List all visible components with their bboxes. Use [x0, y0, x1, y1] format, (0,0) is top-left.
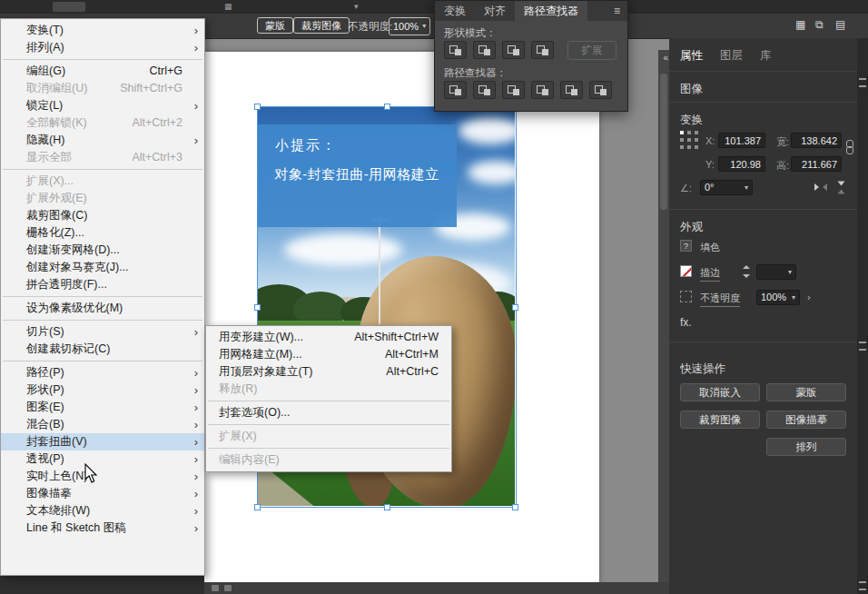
menu-item[interactable]: 用变形建立(W)...Alt+Shift+Ctrl+W [206, 329, 451, 346]
rotate-angle-dropdown[interactable]: 0° ▾ [700, 180, 753, 195]
chevron-down-icon: ▾ [792, 290, 795, 305]
menu-item[interactable]: 裁剪图像(C) [1, 207, 204, 224]
menu-item[interactable]: 用网格建立(M)...Alt+Ctrl+M [206, 346, 451, 363]
arrange-documents-icon[interactable]: ▦ [795, 18, 805, 31]
menu-item[interactable]: 封套选项(O)... [206, 404, 451, 421]
menu-item[interactable]: 用顶层对象建立(T)Alt+Ctrl+C [206, 363, 451, 381]
outline-icon[interactable] [560, 81, 583, 99]
trim-icon[interactable] [473, 81, 496, 99]
tab-layers[interactable]: 图层 [720, 48, 743, 64]
menu-item[interactable]: 路径(P)› [1, 364, 204, 381]
intersect-icon[interactable] [502, 41, 525, 59]
submenu-arrow-icon: › [194, 520, 198, 537]
menu-item[interactable]: 拼合透明度(F)... [1, 276, 204, 293]
menu-item[interactable]: 创建裁切标记(C) [1, 341, 204, 358]
menu-separator [3, 296, 202, 297]
flip-horizontal-icon[interactable] [814, 183, 827, 193]
minus-back-icon[interactable] [589, 81, 612, 99]
menu-item[interactable]: 封套扭曲(V)› [1, 433, 204, 450]
arrange-button[interactable]: 排列 [766, 438, 846, 456]
merge-icon[interactable] [502, 81, 525, 99]
menu-item[interactable]: 形状(P)› [1, 381, 204, 399]
scrollbar-thumb[interactable] [660, 74, 667, 210]
menu-item-label: 释放(R) [219, 381, 257, 398]
mask-button[interactable]: 蒙版 [257, 17, 293, 34]
tip-line-1: 小提示： [275, 137, 337, 154]
flip-vertical-icon[interactable] [836, 182, 846, 194]
vertical-scrollbar[interactable] [658, 50, 669, 582]
menu-item-label: 显示全部 [26, 149, 72, 166]
menu-item-label: 用变形建立(W)... [219, 329, 303, 346]
tab-transform[interactable]: 变换 [435, 1, 475, 21]
opacity-dropdown[interactable]: 100% ▾ [756, 290, 800, 305]
menu-item-label: 图案(E) [26, 399, 64, 416]
collapse-panel-icon[interactable]: « [663, 53, 668, 63]
workspace-icon[interactable]: ⧉ [815, 18, 824, 31]
menu-item[interactable]: 排列(A)› [1, 39, 204, 56]
submenu-arrow-icon: › [194, 97, 198, 114]
fill-swatch-icon[interactable]: ? [680, 240, 692, 252]
opacity-field[interactable]: 100% ▾ [389, 17, 430, 35]
panel-grip-icon[interactable] [859, 78, 866, 87]
canvas-area[interactable]: 小提示： 对象-封套扭曲-用网格建立 « [204, 38, 669, 594]
tab-align[interactable]: 对齐 [475, 1, 515, 21]
stroke-label[interactable]: 描边 [700, 266, 720, 282]
crop-image-button[interactable]: 裁剪图像 [293, 17, 350, 34]
panel-grip-icon[interactable] [859, 342, 866, 351]
intersect-glyph [508, 45, 519, 55]
menu-item[interactable]: 切片(S)› [1, 323, 204, 341]
menu-item-label: 扩展(X) [219, 428, 257, 445]
crop-icon[interactable] [531, 81, 554, 99]
menu-item[interactable]: 栅格化(Z)... [1, 224, 204, 242]
menu-item[interactable]: 变换(T)› [1, 22, 204, 39]
menu-item-label: 取消编组(U) [26, 80, 87, 97]
menu-item[interactable]: 实时上色(N)› [1, 468, 204, 485]
menu-separator [3, 320, 202, 321]
tab-libraries[interactable]: 库 [760, 48, 772, 64]
stroke-none-swatch[interactable] [680, 265, 692, 277]
menu-item[interactable]: 隐藏(H)› [1, 132, 204, 149]
menu-item-label: 裁剪图像(C) [26, 207, 87, 224]
panel-menu-icon[interactable]: ▤ [835, 18, 845, 31]
width-field[interactable]: 138.642 [791, 133, 842, 148]
opacity-label: 不透明度: [348, 20, 392, 34]
constrain-proportions-icon[interactable] [846, 140, 853, 154]
reference-point-locator[interactable] [680, 131, 698, 158]
exclude-icon[interactable] [531, 41, 554, 59]
merge-glyph [508, 85, 519, 95]
chevron-right-icon[interactable]: › [807, 292, 811, 302]
menu-item[interactable]: 创建渐变网格(D)... [1, 242, 204, 259]
divide-glyph [449, 85, 461, 95]
menu-item[interactable]: 设为像素级优化(M) [1, 300, 204, 317]
stroke-weight-stepper[interactable] [742, 264, 751, 279]
tab-properties[interactable]: 属性 [680, 48, 703, 64]
height-field[interactable]: 211.667 [791, 156, 842, 172]
unembed-button[interactable]: 取消嵌入 [680, 383, 760, 401]
menu-item[interactable]: 图案(E)› [1, 399, 204, 416]
menu-item[interactable]: Line 和 Sketch 图稿› [1, 520, 204, 537]
unite-icon[interactable] [444, 41, 467, 59]
fx-button[interactable]: fx. [680, 316, 692, 329]
menu-item[interactable]: 透视(P)› [1, 450, 204, 468]
opacity-link-label[interactable]: 不透明度 [700, 292, 740, 307]
tab-pathfinder[interactable]: 路径查找器 [515, 1, 587, 21]
minus-front-icon[interactable] [473, 41, 496, 59]
divide-icon[interactable] [444, 81, 467, 99]
x-field[interactable]: 101.387 [718, 133, 765, 148]
divider [669, 102, 857, 103]
menu-item[interactable]: 混合(B)› [1, 416, 204, 433]
menu-item[interactable]: 文本绕排(W)› [1, 502, 204, 520]
menu-item[interactable]: 编组(G)Ctrl+G [1, 63, 204, 80]
image-trace-button[interactable]: 图像描摹 [766, 411, 846, 429]
panel-menu-icon[interactable]: ≡ [607, 1, 627, 21]
mask-button[interactable]: 蒙版 [766, 383, 846, 401]
panel-grip-icon[interactable] [859, 581, 866, 590]
stroke-weight-dropdown[interactable]: ▾ [756, 264, 796, 280]
light-pole [379, 217, 380, 324]
y-field[interactable]: 120.98 [718, 156, 765, 172]
crop-image-button[interactable]: 裁剪图像 [680, 411, 760, 429]
menu-item[interactable]: 锁定(L)› [1, 97, 204, 114]
menu-item[interactable]: 图像描摹› [1, 485, 204, 502]
menu-item: 编辑内容(E) [206, 451, 451, 469]
menu-item[interactable]: 创建对象马赛克(J)... [1, 259, 204, 276]
